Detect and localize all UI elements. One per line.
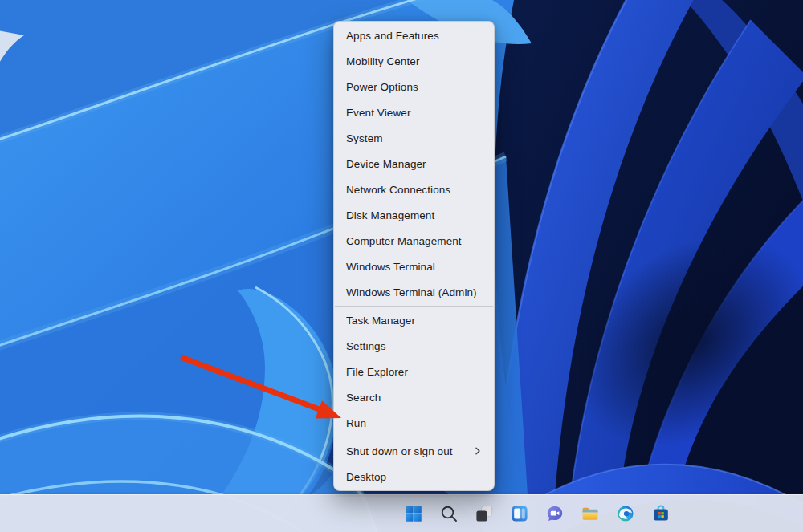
menu-item-computer-management[interactable]: Computer Management: [336, 228, 492, 254]
edge-icon: [616, 504, 635, 523]
chevron-right-icon: [473, 446, 483, 456]
menu-item-label: Desktop: [346, 471, 483, 483]
menu-item-settings[interactable]: Settings: [336, 333, 492, 359]
taskbar-icons: [396, 495, 679, 532]
menu-item-label: Run: [346, 417, 483, 429]
menu-item-apps-and-features[interactable]: Apps and Features: [336, 22, 492, 48]
search-button[interactable]: [431, 495, 467, 532]
menu-item-label: Shut down or sign out: [346, 445, 467, 457]
menu-item-desktop[interactable]: Desktop: [336, 464, 492, 489]
edge-button[interactable]: [608, 495, 643, 532]
menu-separator: [335, 306, 493, 307]
menu-item-device-manager[interactable]: Device Manager: [336, 151, 492, 177]
menu-item-task-manager[interactable]: Task Manager: [336, 307, 492, 333]
taskbar: [0, 494, 803, 532]
search-icon: [439, 504, 459, 523]
chat-button[interactable]: [537, 495, 573, 532]
file-explorer-button[interactable]: [573, 495, 608, 532]
menu-item-disk-management[interactable]: Disk Management: [336, 202, 492, 228]
winx-menu: Apps and FeaturesMobility CenterPower Op…: [333, 21, 495, 491]
menu-item-label: Mobility Center: [346, 55, 483, 67]
menu-item-label: Device Manager: [346, 158, 483, 170]
menu-item-search[interactable]: Search: [336, 384, 492, 410]
desktop: Apps and FeaturesMobility CenterPower Op…: [0, 0, 803, 532]
menu-item-mobility-center[interactable]: Mobility Center: [336, 48, 492, 74]
menu-item-label: Task Manager: [346, 315, 483, 327]
menu-item-windows-terminal-admin[interactable]: Windows Terminal (Admin): [336, 279, 492, 305]
menu-item-label: System: [346, 132, 483, 144]
menu-item-label: Search: [346, 392, 483, 404]
start-icon: [404, 504, 423, 523]
menu-item-shut-down-or-sign-out[interactable]: Shut down or sign out: [336, 438, 492, 464]
menu-item-label: Settings: [346, 340, 483, 352]
menu-item-file-explorer[interactable]: File Explorer: [336, 359, 492, 384]
menu-item-label: Event Viewer: [346, 107, 483, 119]
menu-item-label: Apps and Features: [346, 30, 483, 42]
task-view-icon: [475, 504, 494, 523]
task-view-button[interactable]: [467, 495, 502, 532]
menu-item-label: Power Options: [346, 81, 483, 93]
menu-item-windows-terminal[interactable]: Windows Terminal: [336, 254, 492, 279]
store-button[interactable]: [643, 495, 679, 532]
menu-item-label: File Explorer: [346, 366, 483, 378]
menu-item-label: Windows Terminal: [346, 261, 483, 273]
menu-item-label: Computer Management: [346, 235, 483, 247]
widgets-button[interactable]: [502, 495, 537, 532]
menu-item-label: Disk Management: [346, 209, 483, 221]
menu-item-power-options[interactable]: Power Options: [336, 74, 492, 99]
start-button[interactable]: [396, 495, 431, 532]
menu-item-label: Windows Terminal (Admin): [346, 286, 483, 298]
chat-icon: [545, 504, 565, 523]
store-icon: [651, 504, 671, 523]
menu-item-event-viewer[interactable]: Event Viewer: [336, 99, 492, 125]
menu-item-system[interactable]: System: [336, 125, 492, 151]
menu-item-run[interactable]: Run: [336, 410, 492, 436]
menu-separator: [335, 437, 493, 437]
menu-item-network-connections[interactable]: Network Connections: [336, 177, 492, 202]
widgets-icon: [510, 504, 529, 523]
menu-item-label: Network Connections: [346, 184, 483, 196]
file-explorer-icon: [581, 504, 600, 523]
